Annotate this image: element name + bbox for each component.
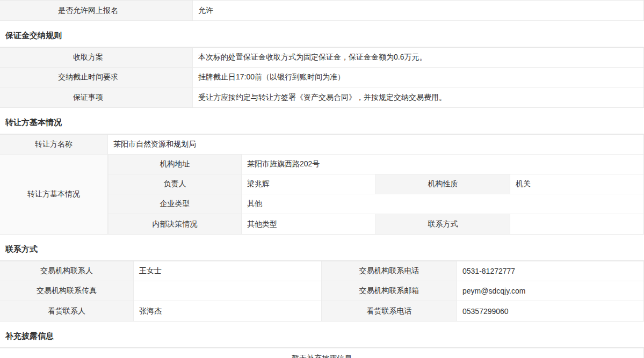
row-value: 其他类型 [241, 214, 375, 234]
table-row: 企业类型 其他 [108, 194, 643, 214]
table-row: 暂无补充披露信息 [0, 348, 643, 358]
disclosure-empty-text: 暂无补充披露信息 [0, 348, 643, 358]
table-row: 内部决策情况 其他类型 联系方式 [108, 214, 643, 234]
disclosure-table: 暂无补充披露信息 [0, 348, 644, 358]
table-row: 收取方案 本次标的处置保证金收取方式为固定保证金，保证金金额为0.6万元。 [0, 48, 643, 68]
table-row: 保证事项 受让方应按约定与转让方签署《资产交易合同》，并按规定交纳交易费用。 [0, 87, 643, 107]
transferor-section-title: 转让方基本情况 [0, 111, 644, 134]
table-row: 交易机构联系传真 交易机构联系邮箱 peym@sdcqjy.com [0, 281, 643, 301]
table-row: 看货联系人 张海杰 看货联系电话 05357299060 [0, 301, 643, 321]
row-value: 张海杰 [133, 301, 321, 321]
row-label: 交易机构联系人 [0, 261, 133, 281]
contact-section: 联系方式 交易机构联系人 王女士 交易机构联系电话 0531-81272777 … [0, 238, 644, 322]
row-label: 收取方案 [0, 48, 192, 67]
row-label: 转让方名称 [0, 135, 107, 154]
transferor-detail-group: 转让方基本情况 机构地址 莱阳市旌旗西路202号 负责人 梁兆辉 机构性质 机关… [0, 155, 643, 234]
table-row: 交纳截止时间要求 挂牌截止日17:00前（以银行到账时间为准） [0, 68, 643, 87]
row-value: 本次标的处置保证金收取方式为固定保证金，保证金金额为0.6万元。 [192, 48, 643, 67]
row-value: 受让方应按约定与转让方签署《资产交易合同》，并按规定交纳交易费用。 [192, 87, 643, 107]
row-label: 交易机构联系电话 [321, 261, 457, 281]
nested-table: 机构地址 莱阳市旌旗西路202号 负责人 梁兆辉 机构性质 机关 企业类型 其他 [107, 155, 643, 234]
table-row: 是否允许网上报名 允许 [0, 1, 643, 20]
row-label: 联系方式 [375, 214, 510, 234]
row-label: 交纳截止时间要求 [0, 68, 192, 87]
row-label: 机构地址 [108, 155, 241, 174]
registration-value: 允许 [192, 1, 643, 20]
table-row: 转让方名称 莱阳市自然资源和规划局 [0, 135, 643, 155]
disclosure-section-title: 补充披露信息 [0, 325, 644, 348]
row-label: 企业类型 [108, 194, 241, 214]
row-label: 机构性质 [375, 174, 510, 194]
row-label: 看货联系人 [0, 301, 133, 321]
table-row: 机构地址 莱阳市旌旗西路202号 [108, 155, 643, 174]
disclosure-section: 补充披露信息 暂无补充披露信息 [0, 325, 644, 358]
transferor-table: 转让方名称 莱阳市自然资源和规划局 转让方基本情况 机构地址 莱阳市旌旗西路20… [0, 134, 644, 235]
contact-table: 交易机构联系人 王女士 交易机构联系电话 0531-81272777 交易机构联… [0, 261, 644, 322]
deposit-section-title: 保证金交纳规则 [0, 24, 644, 47]
online-registration-table: 是否允许网上报名 允许 [0, 0, 644, 21]
transferor-section: 转让方基本情况 转让方名称 莱阳市自然资源和规划局 转让方基本情况 机构地址 莱… [0, 111, 644, 235]
row-value: 0531-81272777 [457, 261, 643, 281]
row-value: 王女士 [133, 261, 321, 281]
row-value: 05357299060 [457, 301, 643, 321]
row-value: peym@sdcqjy.com [457, 281, 643, 301]
deposit-rules-table: 收取方案 本次标的处置保证金收取方式为固定保证金，保证金金额为0.6万元。 交纳… [0, 47, 644, 108]
row-value: 梁兆辉 [241, 174, 375, 194]
row-label: 内部决策情况 [108, 214, 241, 234]
group-label: 转让方基本情况 [0, 155, 107, 234]
row-label: 保证事项 [0, 87, 192, 107]
listing-detail-panel: 是否允许网上报名 允许 保证金交纳规则 收取方案 本次标的处置保证金收取方式为固… [0, 0, 644, 358]
row-label: 交易机构联系传真 [0, 281, 133, 301]
row-value: 挂牌截止日17:00前（以银行到账时间为准） [192, 68, 643, 87]
row-value: 莱阳市自然资源和规划局 [107, 135, 643, 154]
row-label: 交易机构联系邮箱 [321, 281, 457, 301]
row-value [510, 214, 643, 234]
contact-section-title: 联系方式 [0, 238, 644, 261]
row-label: 看货联系电话 [321, 301, 457, 321]
table-row: 交易机构联系人 王女士 交易机构联系电话 0531-81272777 [0, 261, 643, 281]
row-value: 机关 [510, 174, 643, 194]
deposit-rules-section: 保证金交纳规则 收取方案 本次标的处置保证金收取方式为固定保证金，保证金金额为0… [0, 24, 644, 108]
table-row: 负责人 梁兆辉 机构性质 机关 [108, 174, 643, 194]
registration-label: 是否允许网上报名 [0, 1, 192, 20]
row-value: 莱阳市旌旗西路202号 [241, 155, 643, 174]
row-value: 其他 [241, 194, 643, 214]
row-label: 负责人 [108, 174, 241, 194]
row-value [133, 281, 321, 301]
